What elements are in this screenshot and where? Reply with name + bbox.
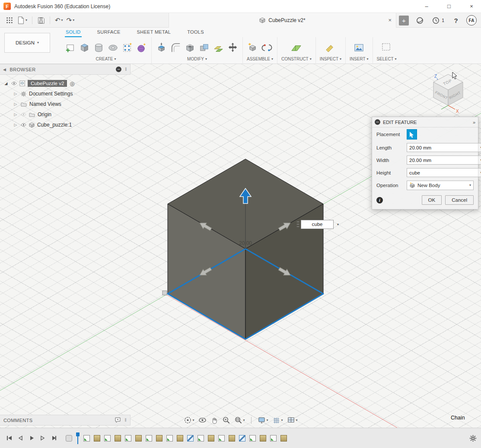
timeline-extrude-icon[interactable] xyxy=(115,435,121,442)
measure-icon[interactable] xyxy=(325,42,336,54)
visibility-eye-off-icon[interactable] xyxy=(21,112,26,117)
timeline-extrude-icon[interactable] xyxy=(156,435,162,442)
create-pattern-icon[interactable] xyxy=(121,42,133,54)
visibility-eye-icon[interactable] xyxy=(11,81,17,86)
create-sketch-icon[interactable] xyxy=(64,42,76,54)
inline-input-caret-icon[interactable]: ▾ xyxy=(335,220,341,228)
inline-dimension-input[interactable] xyxy=(301,220,333,229)
select-tool-icon[interactable] xyxy=(381,42,392,54)
length-caret-icon[interactable]: ▾ xyxy=(478,143,481,152)
orbit-button[interactable]: ▾ xyxy=(183,416,194,424)
dialog-header[interactable]: – EDIT FEATURE » xyxy=(372,117,478,127)
height-caret-icon[interactable]: ▾ xyxy=(478,168,481,177)
assemble-group-label[interactable]: ASSEMBLE▾ xyxy=(247,57,273,63)
offset-face-icon[interactable] xyxy=(213,42,224,54)
document-tab-close-icon[interactable]: × xyxy=(388,17,392,23)
operation-select[interactable]: New Body ▾ xyxy=(407,181,474,190)
comments-grip-icon[interactable]: ‖ xyxy=(124,418,127,423)
document-tab[interactable]: CubePuzzle v2* × xyxy=(169,13,396,28)
zoom-button[interactable] xyxy=(222,416,230,424)
display-settings-button[interactable]: ▾ xyxy=(257,416,268,424)
timeline-sketch-icon[interactable] xyxy=(197,435,204,442)
maximize-button[interactable]: □ xyxy=(440,0,459,13)
new-component-icon[interactable] xyxy=(247,42,258,54)
expander-icon[interactable]: ▷ xyxy=(13,112,18,117)
timeline-extrude-icon[interactable] xyxy=(135,435,142,442)
expander-icon[interactable]: ▷ xyxy=(13,123,18,127)
height-input[interactable] xyxy=(407,170,478,175)
timeline-extrude-icon[interactable] xyxy=(280,435,287,442)
viewports-button[interactable]: ▾ xyxy=(287,416,298,424)
modify-group-label[interactable]: MODIFY▾ xyxy=(187,57,207,63)
viewport-canvas[interactable]: 20.00 Z TOP FRONT RIGHT X ▾ ◀ BROWSER xyxy=(0,64,481,428)
length-input[interactable] xyxy=(407,145,478,150)
browser-minimize-icon[interactable]: – xyxy=(116,67,121,72)
timeline-sketch-icon[interactable] xyxy=(166,435,173,442)
go-to-start-button[interactable] xyxy=(4,433,14,443)
tree-row-root[interactable]: ◢ CubePuzzle v2 ◎ xyxy=(3,78,131,89)
create-torus-icon[interactable] xyxy=(107,42,119,54)
visibility-eye-icon[interactable] xyxy=(21,123,26,127)
timeline-sketch-icon[interactable] xyxy=(249,435,256,442)
combine-icon[interactable] xyxy=(198,42,210,54)
width-caret-icon[interactable]: ▾ xyxy=(478,156,481,164)
new-document-tab-button[interactable]: + xyxy=(399,16,409,25)
timeline-extrude-icon[interactable] xyxy=(229,435,235,442)
tree-row-origin[interactable]: ▷ Origin xyxy=(13,109,131,120)
shell-icon[interactable] xyxy=(184,42,196,54)
ok-button[interactable]: OK xyxy=(422,195,442,205)
dialog-expand-icon[interactable]: » xyxy=(473,120,475,125)
save-button[interactable] xyxy=(36,15,46,26)
create-box-icon[interactable] xyxy=(79,42,90,54)
joint-icon[interactable] xyxy=(261,42,273,54)
width-input[interactable] xyxy=(407,158,478,163)
timeline-sketch-icon[interactable] xyxy=(218,435,225,442)
help-button[interactable]: ? xyxy=(451,15,461,26)
close-button[interactable]: × xyxy=(462,0,481,13)
timeline-extrude-icon[interactable] xyxy=(94,435,100,442)
timeline-extrude-icon[interactable] xyxy=(177,435,183,442)
timeline-move-icon[interactable] xyxy=(239,435,245,442)
view-cube[interactable]: Z TOP FRONT RIGHT X xyxy=(421,69,478,117)
grid-snap-button[interactable]: ▾ xyxy=(272,416,283,424)
cancel-button[interactable]: Cancel xyxy=(445,195,474,205)
tab-sheet-metal[interactable]: SHEET METAL xyxy=(136,29,172,37)
timeline-move-icon[interactable] xyxy=(187,435,194,442)
zoom-window-button[interactable]: ▾ xyxy=(234,416,245,424)
timeline-extrude-icon[interactable] xyxy=(208,435,214,442)
press-pull-icon[interactable] xyxy=(156,42,167,54)
placement-select-button[interactable] xyxy=(407,129,417,140)
timeline-marker-icon[interactable] xyxy=(76,432,80,444)
tab-solid[interactable]: SOLID xyxy=(65,29,82,37)
expander-icon[interactable]: ▷ xyxy=(13,92,18,96)
construct-group-label[interactable]: CONSTRUCT▾ xyxy=(281,57,312,63)
tree-row-document-settings[interactable]: ▷ Document Settings xyxy=(13,89,131,99)
insert-image-icon[interactable] xyxy=(353,42,365,54)
step-forward-button[interactable] xyxy=(38,433,48,443)
create-group-label[interactable]: CREATE▾ xyxy=(96,57,116,63)
root-expander-icon[interactable]: ◢ xyxy=(3,81,9,86)
minimize-button[interactable]: – xyxy=(417,0,436,13)
inspect-group-label[interactable]: INSPECT▾ xyxy=(320,57,341,63)
move-icon[interactable] xyxy=(227,42,239,54)
comments-bar[interactable]: COMMENTS ‖ xyxy=(0,415,131,426)
timeline-sketch-icon[interactable] xyxy=(125,435,131,442)
select-group-label[interactable]: SELECT▾ xyxy=(377,57,397,63)
go-to-end-button[interactable] xyxy=(49,433,59,443)
look-at-button[interactable] xyxy=(198,416,206,424)
create-form-icon[interactable] xyxy=(136,42,147,54)
tree-row-named-views[interactable]: ▷ Named Views xyxy=(13,99,131,109)
root-document-label[interactable]: CubePuzzle v2 xyxy=(28,80,67,87)
browser-grip-icon[interactable]: ‖ xyxy=(125,67,127,72)
timeline-sketch-icon[interactable] xyxy=(146,435,152,442)
construct-plane-icon[interactable] xyxy=(290,42,302,54)
dialog-collapse-icon[interactable]: – xyxy=(375,119,380,125)
input-drag-handle-icon[interactable] xyxy=(296,221,299,228)
play-button[interactable] xyxy=(27,433,36,443)
timeline-settings-button[interactable] xyxy=(469,435,477,442)
workspace-selector[interactable]: DESIGN ▾ xyxy=(4,33,50,53)
tree-row-body[interactable]: ▷ Cube_puzzle:1 xyxy=(13,120,131,130)
extensions-button[interactable] xyxy=(414,15,425,26)
app-grid-icon[interactable] xyxy=(4,15,15,26)
comment-bubble-icon[interactable] xyxy=(115,417,121,423)
